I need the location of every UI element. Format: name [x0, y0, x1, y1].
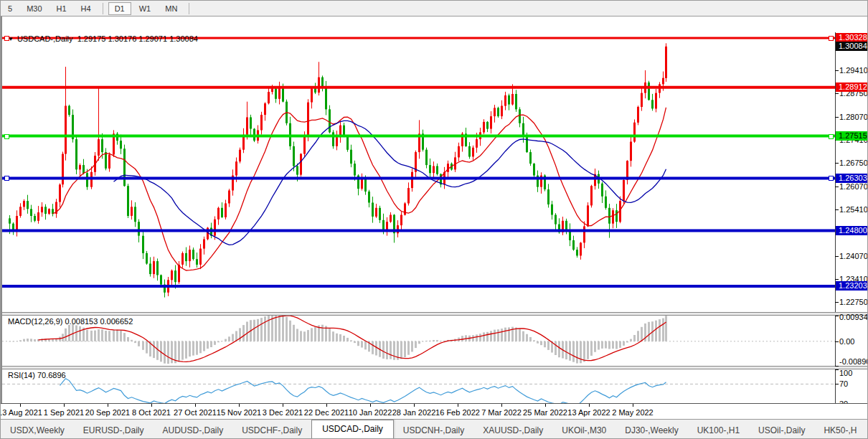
chart-window[interactable]: ▼USDCAD-,Daily 1.29175 1.30176 1.29071 1… — [1, 16, 868, 403]
date-tick-dash — [545, 404, 546, 407]
timeframe-button-w1[interactable]: W1 — [133, 2, 158, 15]
axis-tick-dash — [835, 302, 839, 303]
hline-handle[interactable] — [4, 134, 9, 139]
axis-tick-dash — [835, 256, 839, 257]
date-tick-dash — [151, 404, 152, 407]
date-tick-dash — [501, 404, 502, 407]
axis-tick-dash — [835, 279, 839, 280]
macd-tick-label: 0.009345 — [839, 313, 868, 321]
tab-usoil-daily[interactable]: USOil-,Daily — [749, 422, 814, 439]
timeframe-toolbar: 5M30H1H4D1W1MN — [1, 1, 868, 16]
price-tick-label: 1.28070 — [839, 113, 868, 121]
date-tick-label: 7 Mar 2022 — [481, 408, 522, 417]
date-tick-dash — [64, 404, 65, 407]
price-tick-label: 1.25410 — [839, 205, 868, 214]
date-tick-dash — [326, 404, 327, 407]
price-badge-1.30084: 1.30084 — [836, 42, 868, 51]
timeframe-button-d1[interactable]: D1 — [108, 2, 131, 15]
timeframe-button-m30[interactable]: M30 — [20, 2, 48, 15]
date-tick-dash — [108, 404, 108, 407]
chart-symbol-label: USDCAD-,Daily — [17, 34, 73, 43]
price-tick-label: 1.26070 — [839, 182, 868, 191]
timeframe-button-mn[interactable]: MN — [159, 2, 184, 15]
date-tick-label: 13 Apr 2022 — [567, 408, 610, 417]
date-tick-dash — [589, 404, 590, 407]
date-tick-label: 20 Sep 2021 — [85, 408, 130, 417]
hline-handle[interactable] — [829, 134, 834, 139]
price-badge-1.23203: 1.23203 — [836, 281, 868, 291]
date-tick-dash — [239, 404, 240, 407]
timeframe-button-h4[interactable]: H4 — [75, 2, 98, 15]
date-tick-dash — [283, 404, 283, 407]
tab-uk100-h1[interactable]: UK100-,H1 — [688, 422, 749, 439]
date-tick-label: 13 Aug 2021 — [0, 408, 42, 417]
hline-handle[interactable] — [4, 176, 9, 181]
price-badge-1.26303: 1.26303 — [836, 174, 868, 183]
tab-xauusd-daily[interactable]: XAUUSD-,Daily — [473, 422, 552, 439]
date-tick-label: 27 Oct 2021 — [174, 408, 217, 417]
price-badge-1.24800: 1.24800 — [836, 226, 868, 235]
macd-tick-label: -0.008902 — [839, 357, 868, 366]
axis-tick-dash — [835, 93, 839, 94]
date-tick-dash — [458, 404, 458, 407]
macd-tick-label: 0.00 — [839, 337, 868, 346]
tab-usdcnh-daily[interactable]: USDCNH-,Daily — [394, 422, 473, 439]
date-tick-dash — [195, 404, 196, 407]
tab-audusd-daily[interactable]: AUDUSD-,Daily — [153, 422, 232, 439]
timeframe-button-h1[interactable]: H1 — [50, 2, 73, 15]
axis-tick-dash — [835, 117, 839, 118]
rsi-line — [60, 379, 666, 406]
date-tick-dash — [20, 404, 21, 407]
date-tick-label: 25 Mar 2022 — [523, 408, 567, 417]
tab-usdchf-daily[interactable]: USDCHF-,Daily — [232, 422, 311, 439]
tab-eurusd-daily[interactable]: EURUSD-,Daily — [74, 422, 154, 439]
toolbar-separator — [103, 3, 103, 14]
tab-ukoil-m30[interactable]: UKOil-,M30 — [552, 422, 615, 439]
trading-terminal-window: 5M30H1H4D1W1MN ▼USDCAD-,Daily 1.29175 1.… — [0, 0, 868, 439]
axis-tick-dash — [835, 209, 839, 210]
toolbar-separator — [189, 3, 189, 14]
hline-handle[interactable] — [829, 176, 834, 181]
date-tick-label: 28 Jan 2022 — [392, 408, 436, 417]
tab-hk50-h[interactable]: HK50-,H — [814, 422, 866, 439]
date-tick-label: 16 Feb 2022 — [435, 408, 480, 417]
date-tick-label: 1 Sep 2021 — [44, 408, 84, 417]
axis-tick-dash — [835, 187, 839, 187]
date-tick-label: 8 Oct 2021 — [132, 408, 171, 417]
rsi-label: RSI(14) 70.6896 — [8, 371, 66, 379]
hline-handle[interactable] — [829, 36, 834, 41]
rsi-tick-label: 100 — [839, 369, 868, 377]
price-badge-1.27515: 1.27515 — [836, 131, 868, 141]
date-tick-label: 22 Dec 2021 — [304, 408, 349, 417]
date-tick-label: 3 Dec 2021 — [263, 408, 303, 417]
axis-tick-dash — [835, 70, 839, 71]
date-tick-dash — [633, 404, 633, 407]
timeframe-button-5[interactable]: 5 — [1, 2, 19, 15]
tab-usdx-weekly[interactable]: USDX,Weekly — [1, 422, 74, 439]
axis-tick-dash — [835, 316, 839, 316]
rsi-tick-label: 70 — [839, 379, 868, 388]
chart-tab-bar: USDX,WeeklyEURUSD-,DailyAUDUSD-,DailyUSD… — [1, 419, 868, 439]
rsi-panel-splitter[interactable] — [2, 366, 868, 369]
axis-tick-dash — [835, 369, 839, 370]
axis-tick-dash — [835, 384, 839, 384]
date-tick-label: 2 May 2022 — [612, 408, 653, 417]
price-tick-label: 1.29410 — [839, 66, 868, 75]
date-tick-dash — [370, 404, 371, 407]
chart-canvas[interactable] — [2, 32, 836, 419]
candlestick-series — [9, 43, 667, 297]
date-tick-label: 10 Jan 2022 — [349, 408, 392, 417]
date-tick-label: 15 Nov 2021 — [217, 408, 261, 417]
price-badge-1.28912: 1.28912 — [836, 82, 868, 92]
macd-panel-splitter[interactable] — [2, 312, 868, 316]
tab-dj30-weekly[interactable]: DJ30-,Weekly — [615, 422, 687, 439]
hline-handle[interactable] — [4, 36, 9, 41]
price-tick-label: 1.26750 — [839, 159, 868, 167]
tab-usdcad-daily[interactable]: USDCAD-,Daily — [311, 420, 394, 439]
slow-ma-line — [114, 121, 666, 245]
axis-tick-dash — [835, 163, 839, 164]
chart-title: ▼USDCAD-,Daily 1.29175 1.30176 1.29071 1… — [8, 34, 198, 43]
axis-tick-dash — [835, 341, 839, 342]
date-axis[interactable]: 13 Aug 20211 Sep 202120 Sep 20218 Oct 20… — [1, 403, 868, 419]
price-tick-label: 1.24070 — [839, 252, 868, 260]
